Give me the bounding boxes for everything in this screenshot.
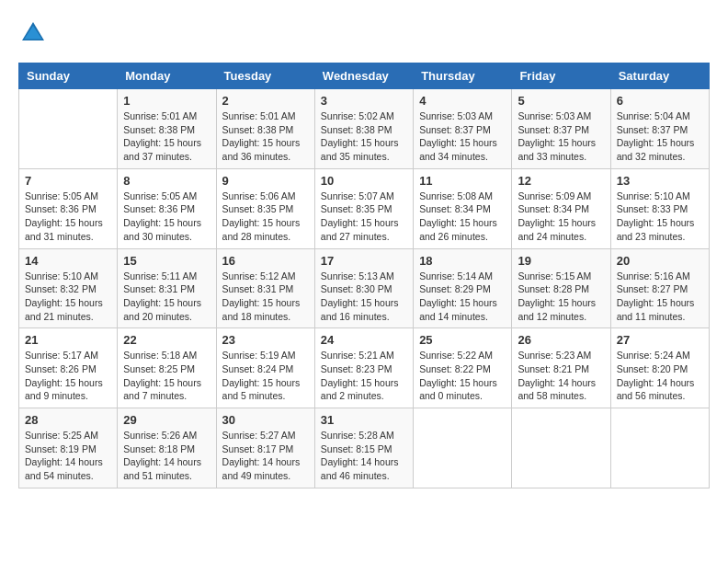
calendar-cell: 20Sunrise: 5:16 AMSunset: 8:27 PMDayligh… [610,248,709,328]
week-row-1: 1Sunrise: 5:01 AMSunset: 8:38 PMDaylight… [19,89,710,169]
col-header-wednesday: Wednesday [314,63,413,89]
calendar-cell: 25Sunrise: 5:22 AMSunset: 8:22 PMDayligh… [414,328,512,408]
day-info: Sunrise: 5:19 AMSunset: 8:24 PMDaylight:… [222,349,309,403]
day-number: 2 [222,94,309,108]
day-info: Sunrise: 5:03 AMSunset: 8:37 PMDaylight:… [518,109,604,164]
calendar-cell: 1Sunrise: 5:01 AMSunset: 8:38 PMDaylight… [118,89,216,169]
day-number: 7 [25,174,111,188]
week-row-3: 14Sunrise: 5:10 AMSunset: 8:32 PMDayligh… [19,248,710,328]
day-info: Sunrise: 5:24 AMSunset: 8:20 PMDaylight:… [617,349,703,403]
day-number: 1 [123,94,210,108]
day-number: 25 [419,333,506,347]
calendar-cell: 19Sunrise: 5:15 AMSunset: 8:28 PMDayligh… [512,248,610,328]
day-info: Sunrise: 5:11 AMSunset: 8:31 PMDaylight:… [123,270,210,324]
calendar-cell: 10Sunrise: 5:07 AMSunset: 8:35 PMDayligh… [314,168,413,248]
col-header-thursday: Thursday [414,63,512,89]
day-number: 29 [123,413,210,427]
week-row-4: 21Sunrise: 5:17 AMSunset: 8:26 PMDayligh… [19,328,710,408]
calendar-cell: 11Sunrise: 5:08 AMSunset: 8:34 PMDayligh… [414,168,512,248]
day-number: 16 [222,254,309,268]
week-row-5: 28Sunrise: 5:25 AMSunset: 8:19 PMDayligh… [19,408,710,488]
day-info: Sunrise: 5:23 AMSunset: 8:21 PMDaylight:… [518,349,604,403]
calendar-cell: 29Sunrise: 5:26 AMSunset: 8:18 PMDayligh… [118,408,216,488]
day-info: Sunrise: 5:21 AMSunset: 8:23 PMDaylight:… [321,349,407,403]
calendar-header-row: SundayMondayTuesdayWednesdayThursdayFrid… [19,63,710,89]
day-info: Sunrise: 5:06 AMSunset: 8:35 PMDaylight:… [222,190,309,244]
day-number: 26 [518,333,604,347]
day-info: Sunrise: 5:05 AMSunset: 8:36 PMDaylight:… [25,190,111,244]
calendar-cell: 21Sunrise: 5:17 AMSunset: 8:26 PMDayligh… [19,328,118,408]
day-info: Sunrise: 5:27 AMSunset: 8:17 PMDaylight:… [222,429,309,483]
calendar-cell: 14Sunrise: 5:10 AMSunset: 8:32 PMDayligh… [19,248,118,328]
day-info: Sunrise: 5:16 AMSunset: 8:27 PMDaylight:… [617,270,703,324]
calendar-cell: 23Sunrise: 5:19 AMSunset: 8:24 PMDayligh… [216,328,314,408]
day-info: Sunrise: 5:01 AMSunset: 8:38 PMDaylight:… [123,109,210,164]
calendar-cell: 4Sunrise: 5:03 AMSunset: 8:37 PMDaylight… [414,89,512,169]
calendar-cell [19,89,118,169]
col-header-saturday: Saturday [610,63,709,89]
day-info: Sunrise: 5:18 AMSunset: 8:25 PMDaylight:… [123,349,210,403]
calendar-cell: 15Sunrise: 5:11 AMSunset: 8:31 PMDayligh… [118,248,216,328]
day-info: Sunrise: 5:14 AMSunset: 8:29 PMDaylight:… [419,270,506,324]
calendar-cell [610,408,709,488]
col-header-tuesday: Tuesday [216,63,314,89]
day-number: 12 [518,174,604,188]
day-number: 28 [25,413,111,427]
day-info: Sunrise: 5:12 AMSunset: 8:31 PMDaylight:… [222,270,309,324]
calendar-cell: 17Sunrise: 5:13 AMSunset: 8:30 PMDayligh… [314,248,413,328]
day-info: Sunrise: 5:02 AMSunset: 8:38 PMDaylight:… [321,109,407,164]
calendar-cell: 6Sunrise: 5:04 AMSunset: 8:37 PMDaylight… [610,89,709,169]
calendar-cell: 2Sunrise: 5:01 AMSunset: 8:38 PMDaylight… [216,89,314,169]
day-number: 23 [222,333,309,347]
day-info: Sunrise: 5:07 AMSunset: 8:35 PMDaylight:… [321,190,407,244]
calendar-cell: 28Sunrise: 5:25 AMSunset: 8:19 PMDayligh… [19,408,118,488]
calendar-table: SundayMondayTuesdayWednesdayThursdayFrid… [18,63,710,488]
calendar-cell: 9Sunrise: 5:06 AMSunset: 8:35 PMDaylight… [216,168,314,248]
day-number: 21 [25,333,111,347]
day-number: 24 [321,333,407,347]
calendar-cell: 22Sunrise: 5:18 AMSunset: 8:25 PMDayligh… [118,328,216,408]
day-number: 5 [518,94,604,108]
day-number: 18 [419,254,506,268]
day-info: Sunrise: 5:17 AMSunset: 8:26 PMDaylight:… [25,349,111,403]
day-number: 27 [617,333,703,347]
calendar-cell: 31Sunrise: 5:28 AMSunset: 8:15 PMDayligh… [314,408,413,488]
day-number: 11 [419,174,506,188]
day-number: 15 [123,254,210,268]
calendar-cell [512,408,610,488]
calendar-cell: 24Sunrise: 5:21 AMSunset: 8:23 PMDayligh… [314,328,413,408]
day-number: 14 [25,254,111,268]
day-info: Sunrise: 5:04 AMSunset: 8:37 PMDaylight:… [617,109,703,164]
calendar-cell: 26Sunrise: 5:23 AMSunset: 8:21 PMDayligh… [512,328,610,408]
col-header-friday: Friday [512,63,610,89]
calendar-cell: 13Sunrise: 5:10 AMSunset: 8:33 PMDayligh… [610,168,709,248]
logo [18,18,51,48]
calendar-cell: 5Sunrise: 5:03 AMSunset: 8:37 PMDaylight… [512,89,610,169]
col-header-monday: Monday [118,63,216,89]
calendar-cell: 12Sunrise: 5:09 AMSunset: 8:34 PMDayligh… [512,168,610,248]
calendar-cell: 8Sunrise: 5:05 AMSunset: 8:36 PMDaylight… [118,168,216,248]
day-number: 8 [123,174,210,188]
calendar-cell: 18Sunrise: 5:14 AMSunset: 8:29 PMDayligh… [414,248,512,328]
calendar-cell [414,408,512,488]
day-number: 3 [321,94,407,108]
day-number: 9 [222,174,309,188]
day-info: Sunrise: 5:10 AMSunset: 8:33 PMDaylight:… [617,190,703,244]
day-info: Sunrise: 5:26 AMSunset: 8:18 PMDaylight:… [123,429,210,483]
calendar-cell: 27Sunrise: 5:24 AMSunset: 8:20 PMDayligh… [610,328,709,408]
calendar-cell: 3Sunrise: 5:02 AMSunset: 8:38 PMDaylight… [314,89,413,169]
day-info: Sunrise: 5:01 AMSunset: 8:38 PMDaylight:… [222,109,309,164]
day-info: Sunrise: 5:28 AMSunset: 8:15 PMDaylight:… [321,429,407,483]
page-header [18,18,710,48]
week-row-2: 7Sunrise: 5:05 AMSunset: 8:36 PMDaylight… [19,168,710,248]
day-info: Sunrise: 5:15 AMSunset: 8:28 PMDaylight:… [518,270,604,324]
day-number: 31 [321,413,407,427]
day-number: 19 [518,254,604,268]
day-number: 20 [617,254,703,268]
day-info: Sunrise: 5:25 AMSunset: 8:19 PMDaylight:… [25,429,111,483]
calendar-cell: 16Sunrise: 5:12 AMSunset: 8:31 PMDayligh… [216,248,314,328]
day-number: 30 [222,413,309,427]
day-number: 13 [617,174,703,188]
day-info: Sunrise: 5:05 AMSunset: 8:36 PMDaylight:… [123,190,210,244]
day-info: Sunrise: 5:10 AMSunset: 8:32 PMDaylight:… [25,270,111,324]
